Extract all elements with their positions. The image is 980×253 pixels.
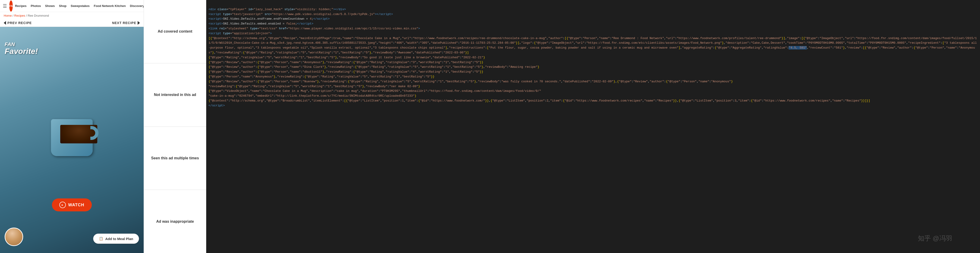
avatar[interactable] — [5, 228, 23, 246]
breadcrumb-recipes[interactable]: Recipes — [14, 14, 25, 17]
ad-option-seen-multiple[interactable]: Seen this ad multiple times — [144, 127, 206, 190]
mug-body — [51, 119, 93, 156]
breadcrumb: Home / Recipes / Ree Drummond — [0, 12, 144, 19]
breadcrumb-sep1: / — [13, 14, 14, 17]
next-label: NEXT RECIPE — [112, 21, 136, 25]
hamburger-icon[interactable]: ☰ — [3, 3, 7, 9]
breadcrumb-author: Ree Drummond — [27, 14, 49, 17]
nav-shop[interactable]: Shop — [59, 4, 67, 8]
nav-shows[interactable]: Shows — [45, 4, 55, 8]
fan-badge: FAN Favorite! — [5, 41, 38, 55]
watch-label: WATCH — [68, 202, 84, 207]
next-recipe-button[interactable]: NEXT RECIPE — [112, 21, 140, 25]
nav-sweepstakes[interactable]: Sweepstakes — [71, 4, 90, 8]
hero-image: FAN Favorite! ► WATCH 📋 Add to Meal Plan — [0, 27, 144, 253]
nav-fnk[interactable]: Food Network Kitchen — [94, 4, 126, 8]
logo[interactable]: FN — [9, 0, 13, 11]
prev-arrow-icon — [4, 21, 6, 25]
next-arrow-icon — [138, 21, 140, 25]
fan-text: FAN — [5, 41, 15, 47]
watermark: 知乎 @冯羽 — [918, 233, 952, 244]
ad-option-not-interested[interactable]: Not interested in this ad — [144, 63, 206, 127]
avatar-area — [5, 228, 23, 246]
prev-recipe-button[interactable]: PREV RECIPE — [4, 21, 32, 25]
breadcrumb-home[interactable]: Home — [4, 14, 12, 17]
left-panel: ☰ FN Recipes Photos Shows Shop Sweepstak… — [0, 0, 144, 253]
nav-discovery[interactable]: Discovery — [130, 4, 144, 8]
code-panel[interactable]: <div class="tpPlayer" id="lazy_load_hack… — [206, 0, 980, 253]
prev-label: PREV RECIPE — [7, 21, 32, 25]
nav-links: Recipes Photos Shows Shop Sweepstakes Fo… — [15, 4, 144, 8]
ad-panel: Ad covered content Not interested in thi… — [144, 0, 206, 253]
add-meal-button[interactable]: 📋 Add to Meal Plan — [93, 234, 139, 244]
nav-photos[interactable]: Photos — [31, 4, 41, 8]
add-meal-label: Add to Meal Plan — [105, 237, 133, 241]
mug-visual — [44, 114, 100, 161]
watch-button[interactable]: ► WATCH — [52, 198, 92, 211]
hero-container: FAN Favorite! ► WATCH 📋 Add to Meal Plan — [0, 27, 144, 253]
nav-recipes[interactable]: Recipes — [15, 4, 27, 8]
ad-option-covered[interactable]: Ad covered content — [144, 0, 206, 63]
meal-plan-icon: 📋 — [99, 237, 103, 241]
recipe-nav: PREV RECIPE NEXT RECIPE — [0, 19, 144, 27]
top-nav: ☰ FN Recipes Photos Shows Shop Sweepstak… — [0, 0, 144, 12]
favorite-text: Favorite! — [5, 47, 38, 55]
ad-option-inappropriate[interactable]: Ad was inappropriate — [144, 190, 206, 253]
play-icon: ► — [59, 202, 66, 208]
